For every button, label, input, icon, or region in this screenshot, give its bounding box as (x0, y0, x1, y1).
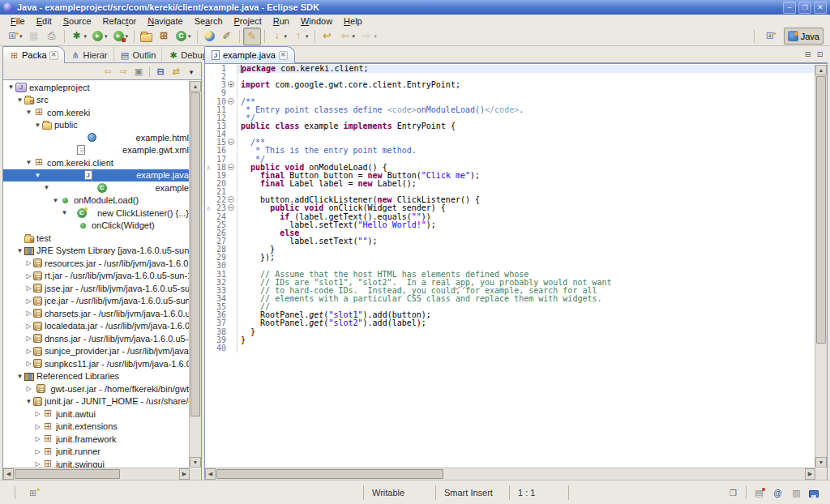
expander-icon[interactable]: ▷ (24, 284, 33, 292)
expander-icon[interactable]: ▼ (33, 122, 42, 129)
back-button[interactable]: ▾ (336, 28, 358, 45)
fold-column[interactable]: + (226, 81, 237, 89)
editor-vertical-scrollbar[interactable]: ▲ ▼ (815, 65, 827, 468)
tree-item-sunjceprovider.jar[interactable]: ▷sunjce_provider.jar - /usr/lib/jvm/java… (3, 345, 189, 358)
scroll-left-icon[interactable]: ◀ (3, 468, 14, 480)
tree-item-jre[interactable]: ▼JRE System Library [java-1.6.0.u5-sun-1… (3, 245, 189, 258)
code-line[interactable]: 38 } (205, 328, 815, 336)
code-line[interactable]: 9 (205, 89, 815, 97)
minimize-view-icon[interactable] (802, 50, 813, 60)
menu-window[interactable]: Window (295, 16, 338, 26)
tree-item-exampleproject[interactable]: ▼exampleproject (3, 81, 189, 94)
code-line[interactable]: 1package com.kereki.client; (205, 65, 815, 73)
tree-item-junit.framework[interactable]: ▷junit.framework (3, 433, 189, 446)
external-tools-button[interactable]: ▾ (110, 28, 131, 45)
expander-icon[interactable]: ▷ (33, 423, 42, 430)
editor-vscroll-thumb[interactable] (816, 76, 826, 344)
minimize-button[interactable] (783, 2, 796, 14)
debug-button[interactable]: ▾ (68, 28, 90, 45)
tree-item-localedata.jar[interactable]: ▷localedata.jar - /usr/lib/jvm/java-1.6.… (3, 320, 189, 333)
tree-item-com.kereki[interactable]: ▼com.kereki (3, 106, 189, 119)
fold-collapse-icon[interactable]: − (228, 196, 234, 203)
fold-column[interactable]: − (226, 98, 237, 106)
expander-icon[interactable]: ▷ (33, 460, 42, 468)
code-line[interactable]: 27 label.setText(""); (205, 237, 815, 246)
declaration-view-button[interactable] (790, 487, 802, 498)
tree-item-referenced[interactable]: ▼Referenced Libraries (3, 370, 189, 383)
view-menu-button[interactable] (185, 66, 198, 78)
dropdown-arrow-icon[interactable]: ▾ (374, 33, 377, 40)
expander-icon[interactable]: ▷ (33, 448, 42, 455)
new-java-project-button[interactable] (138, 28, 155, 45)
tab-outline[interactable]: Outlin (114, 47, 163, 63)
fold-collapse-icon[interactable]: − (228, 139, 234, 145)
last-edit-location-button[interactable] (319, 28, 336, 45)
expander-icon[interactable]: ▼ (33, 172, 42, 179)
menu-navigate[interactable]: Navigate (142, 16, 188, 26)
run-button[interactable]: ▾ (89, 28, 110, 45)
expander-icon[interactable]: ▷ (33, 410, 42, 417)
fold-expand-icon[interactable]: + (228, 81, 234, 88)
tree-item-junit.extensions[interactable]: ▷junit.extensions (3, 421, 189, 434)
expander-icon[interactable]: ▷ (24, 310, 33, 317)
expander-icon[interactable]: ▼ (15, 96, 24, 104)
expander-icon[interactable]: ▷ (33, 435, 42, 442)
tree-vscroll-thumb[interactable] (190, 92, 200, 416)
dropdown-arrow-icon[interactable]: ▾ (105, 33, 108, 40)
tree-item-public[interactable]: ▼public (3, 119, 189, 132)
scroll-down-icon[interactable]: ▼ (815, 457, 827, 468)
code-line[interactable]: 34 // elements with a particular CSS cla… (205, 295, 815, 303)
tree-item-dnsns.jar[interactable]: ▷dnsns.jar - /usr/lib/jvm/java-1.6.0.u5-… (3, 332, 189, 345)
code-line[interactable]: 20 final Label label = new Label(); (205, 180, 815, 188)
expander-icon[interactable]: ▷ (24, 272, 33, 280)
menu-run[interactable]: Run (267, 16, 295, 26)
fold-collapse-icon[interactable]: − (228, 164, 234, 170)
close-tab-icon[interactable]: ✕ (49, 51, 58, 60)
code-line[interactable]: 13public class example implements EntryP… (205, 122, 815, 130)
search-button[interactable] (218, 28, 236, 45)
maximize-button[interactable] (798, 2, 811, 14)
tree-item-new[interactable]: ▼new ClickListener() {...} (3, 207, 189, 220)
tree-item-junit.jar[interactable]: ▼junit.jar - JUNIT_HOME - /usr/share/ecl… (3, 395, 189, 408)
tree-item-example.html[interactable]: example.html (3, 131, 189, 144)
mark-occurrences-toggle[interactable] (243, 28, 261, 45)
tree-item-charsets.jar[interactable]: ▷charsets.jar - /usr/lib/jvm/java-1.6.0.… (3, 307, 189, 320)
tree-item-example[interactable]: ▼example (3, 182, 189, 194)
next-annotation-button[interactable]: ▾ (268, 28, 290, 45)
scroll-right-icon[interactable]: ▶ (805, 468, 815, 480)
dropdown-arrow-icon[interactable]: ▾ (19, 33, 23, 40)
expander-icon[interactable]: ▼ (15, 247, 24, 254)
expander-icon[interactable]: ▷ (24, 297, 33, 305)
tree-item-onmoduleload[interactable]: ▼onModuleLoad() (3, 194, 189, 207)
code-line[interactable]: 39} (205, 336, 815, 344)
menu-file[interactable]: File (5, 16, 31, 26)
java-perspective-button[interactable]: Java (784, 28, 824, 45)
menu-help[interactable]: Help (338, 16, 368, 26)
expander-icon[interactable]: ▼ (24, 109, 33, 116)
expander-icon[interactable]: ▷ (24, 322, 33, 330)
code-line[interactable]: 40 (205, 344, 815, 352)
menu-refactor[interactable]: Refactor (97, 16, 143, 26)
fold-column[interactable]: − (226, 204, 237, 212)
expander-icon[interactable]: ▷ (24, 259, 33, 267)
javadoc-view-button[interactable] (772, 487, 784, 498)
console-view-button[interactable] (809, 490, 819, 498)
expander-icon[interactable]: ▷ (24, 348, 33, 355)
dropdown-arrow-icon[interactable]: ▾ (306, 33, 309, 40)
fold-column[interactable]: − (226, 196, 237, 204)
code-editor[interactable]: 1package com.kereki.client;23+import com… (204, 63, 828, 481)
focus-view-button[interactable] (132, 66, 145, 78)
open-web-browser-button[interactable] (201, 28, 218, 45)
code-line[interactable]: 16 * This is the entry point method. (205, 147, 815, 155)
tree-hscroll-thumb[interactable] (15, 469, 120, 479)
new-package-button[interactable] (155, 28, 173, 45)
tree-item-test[interactable]: test (3, 232, 189, 245)
expander-icon[interactable]: ▼ (6, 83, 15, 91)
code-line[interactable]: 3+import com.google.gwt.core.client.Entr… (205, 81, 815, 89)
dropdown-arrow-icon[interactable]: ▾ (188, 33, 191, 40)
tree-item-junit.runner[interactable]: ▷junit.runner (3, 446, 189, 459)
tree-item-sunpkcs11.jar[interactable]: ▷sunpkcs11.jar - /usr/lib/jvm/java-1.6.0… (3, 357, 189, 370)
tree-item-src[interactable]: ▼src (3, 94, 189, 107)
expander-icon[interactable]: ▼ (24, 398, 33, 405)
expander-icon[interactable]: ▷ (24, 335, 33, 342)
